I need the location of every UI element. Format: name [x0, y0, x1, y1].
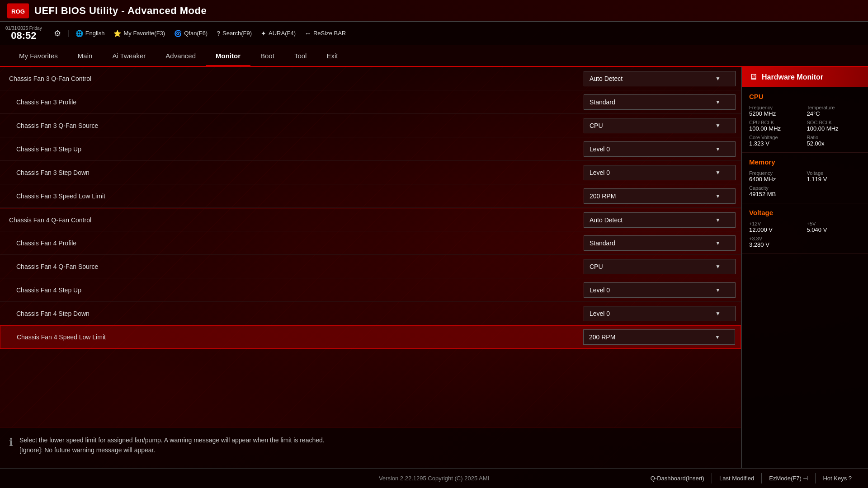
- hw-monitor-icon: 🖥: [749, 72, 757, 82]
- chevron-down-icon: ▼: [715, 287, 721, 293]
- ezmode-button[interactable]: EzMode(F7) ⊣: [761, 473, 815, 483]
- dropdown-value-ch3-qfan-source: CPU: [590, 122, 603, 129]
- qdashboard-button[interactable]: Q-Dashboard(Insert): [643, 473, 712, 483]
- svg-text:ROG: ROG: [11, 8, 25, 15]
- version-text: Version 2.22.1295 Copyright (C) 2025 AMI: [379, 475, 489, 482]
- table-row[interactable]: Chassis Fan 4 Step DownLevel 0▼: [0, 302, 741, 325]
- menu-item-boot[interactable]: Boot: [250, 47, 284, 66]
- settings-table: Chassis Fan 3 Q-Fan ControlAuto Detect▼C…: [0, 67, 741, 427]
- menu-item-exit[interactable]: Exit: [316, 47, 348, 66]
- search-button[interactable]: ? Search(F9): [212, 28, 256, 39]
- chevron-down-icon: ▼: [715, 193, 721, 199]
- hw-core-voltage: Core Voltage 1.323 V: [749, 135, 803, 147]
- hw-cpu-section: CPU Frequency 5200 MHz Temperature 24°C …: [742, 87, 868, 153]
- hotkeys-button[interactable]: Hot Keys ?: [815, 473, 859, 483]
- top-nav: 01/31/2025 Friday 08:52 ⚙ | 🌐 English ⭐ …: [0, 22, 868, 45]
- hw-memory-section: Memory Frequency 6400 MHz Voltage 1.119 …: [742, 153, 868, 203]
- chevron-down-icon: ▼: [715, 146, 721, 152]
- dropdown-value-ch4-qfan-control: Auto Detect: [590, 216, 623, 224]
- row-control-ch3-step-down: Level 0▼: [578, 162, 741, 183]
- settings-button[interactable]: ⚙: [49, 27, 66, 40]
- qfan-button[interactable]: 🌀 Qfan(F6): [170, 28, 212, 39]
- row-control-ch3-step-up: Level 0▼: [578, 139, 741, 160]
- nav-divider-1: |: [67, 29, 69, 38]
- resizebar-button[interactable]: ↔ ReSize BAR: [300, 28, 350, 39]
- hw-voltage-title: Voltage: [749, 209, 861, 216]
- hw-mem-voltage: Voltage 1.119 V: [807, 170, 861, 183]
- hw-monitor-title: Hardware Monitor: [762, 73, 823, 81]
- search-icon: ?: [217, 30, 220, 37]
- globe-icon: 🌐: [75, 30, 83, 37]
- hw-cpu-bclk: CPU BCLK 100.00 MHz: [749, 120, 803, 132]
- chevron-down-icon: ▼: [715, 75, 721, 82]
- table-row[interactable]: Chassis Fan 4 Q-Fan ControlAuto Detect▼: [0, 208, 741, 231]
- menu-item-advanced[interactable]: Advanced: [156, 47, 206, 66]
- row-label-ch4-qfan-control: Chassis Fan 4 Q-Fan Control: [0, 212, 578, 228]
- dropdown-ch4-step-up[interactable]: Level 0▼: [584, 282, 736, 298]
- dropdown-ch3-step-up[interactable]: Level 0▼: [584, 141, 736, 157]
- hw-monitor-header: 🖥 Hardware Monitor: [742, 67, 868, 87]
- row-label-ch4-qfan-source: Chassis Fan 4 Q-Fan Source: [0, 258, 578, 275]
- menu-item-monitor[interactable]: Monitor: [206, 47, 250, 66]
- dropdown-value-ch3-profile: Standard: [590, 99, 615, 106]
- row-label-ch3-step-up: Chassis Fan 3 Step Up: [0, 141, 578, 157]
- row-label-ch3-profile: Chassis Fan 3 Profile: [0, 94, 578, 110]
- table-row[interactable]: Chassis Fan 3 Q-Fan ControlAuto Detect▼: [0, 67, 741, 90]
- dropdown-ch3-profile[interactable]: Standard▼: [584, 94, 736, 110]
- chevron-down-icon: ▼: [715, 263, 721, 270]
- dropdown-ch4-profile[interactable]: Standard▼: [584, 235, 736, 251]
- menu-item-tool[interactable]: Tool: [284, 47, 317, 66]
- info-icon: ℹ: [9, 436, 13, 449]
- table-row[interactable]: Chassis Fan 3 Speed Low Limit200 RPM▼: [0, 184, 741, 208]
- dropdown-ch3-qfan-control[interactable]: Auto Detect▼: [584, 71, 736, 86]
- bottom-bar: Version 2.22.1295 Copyright (C) 2025 AMI…: [0, 468, 868, 488]
- row-control-ch4-qfan-source: CPU▼: [578, 256, 741, 277]
- dropdown-value-ch4-profile: Standard: [590, 239, 615, 247]
- dropdown-value-ch3-step-up: Level 0: [590, 145, 610, 153]
- star-icon: ⭐: [113, 30, 121, 37]
- hw-memory-grid: Frequency 6400 MHz Voltage 1.119 V Capac…: [749, 170, 861, 197]
- row-control-ch3-profile: Standard▼: [578, 92, 741, 113]
- lastmodified-button[interactable]: Last Modified: [712, 473, 761, 483]
- table-row[interactable]: Chassis Fan 4 Speed Low Limit200 RPM▼: [0, 325, 741, 349]
- menu-item-myfavorites[interactable]: My Favorites: [9, 47, 68, 66]
- table-row[interactable]: Chassis Fan 3 Step DownLevel 0▼: [0, 161, 741, 184]
- table-row[interactable]: Chassis Fan 3 ProfileStandard▼: [0, 90, 741, 114]
- dropdown-value-ch4-step-down: Level 0: [590, 310, 610, 317]
- myfavorite-button[interactable]: ⭐ My Favorite(F3): [109, 28, 170, 39]
- page-title: UEFI BIOS Utility - Advanced Mode: [34, 5, 207, 17]
- table-row[interactable]: Chassis Fan 3 Q-Fan SourceCPU▼: [0, 114, 741, 137]
- row-control-ch4-step-up: Level 0▼: [578, 280, 741, 300]
- row-control-ch3-qfan-control: Auto Detect▼: [578, 68, 741, 89]
- row-label-ch4-step-down: Chassis Fan 4 Step Down: [0, 305, 578, 322]
- row-label-ch3-qfan-source: Chassis Fan 3 Q-Fan Source: [0, 117, 578, 134]
- dropdown-ch4-qfan-control[interactable]: Auto Detect▼: [584, 212, 736, 228]
- dropdown-ch4-step-down[interactable]: Level 0▼: [584, 306, 736, 321]
- table-row[interactable]: Chassis Fan 4 Step UpLevel 0▼: [0, 278, 741, 302]
- dropdown-ch4-qfan-source[interactable]: CPU▼: [584, 259, 736, 274]
- aura-icon: ✦: [261, 30, 266, 37]
- menu-item-aitweaker[interactable]: Ai Tweaker: [102, 47, 156, 66]
- row-label-ch3-speed-low: Chassis Fan 3 Speed Low Limit: [0, 188, 578, 204]
- table-row[interactable]: Chassis Fan 3 Step UpLevel 0▼: [0, 137, 741, 161]
- hw-mem-capacity: Capacity 49152 MB: [749, 185, 803, 197]
- chevron-down-icon: ▼: [715, 310, 721, 317]
- table-row[interactable]: Chassis Fan 4 Q-Fan SourceCPU▼: [0, 255, 741, 278]
- table-row[interactable]: Chassis Fan 4 ProfileStandard▼: [0, 231, 741, 255]
- dropdown-ch3-step-down[interactable]: Level 0▼: [584, 165, 736, 180]
- english-button[interactable]: 🌐 English: [71, 28, 109, 39]
- info-text: Select the lower speed limit for assigne…: [19, 435, 325, 455]
- hw-voltage-grid: +12V 12.000 V +5V 5.040 V +3.3V 3.280 V: [749, 221, 861, 248]
- chevron-down-icon: ▼: [715, 240, 721, 246]
- right-panel: 🖥 Hardware Monitor CPU Frequency 5200 MH…: [741, 67, 868, 468]
- asus-logo: ROG: [7, 3, 29, 19]
- aura-button[interactable]: ✦ AURA(F4): [256, 28, 300, 39]
- menu-item-main[interactable]: Main: [68, 47, 103, 66]
- row-label-ch4-profile: Chassis Fan 4 Profile: [0, 235, 578, 251]
- row-label-ch4-step-up: Chassis Fan 4 Step Up: [0, 282, 578, 298]
- row-control-ch4-profile: Standard▼: [578, 233, 741, 253]
- chevron-down-icon: ▼: [715, 122, 721, 129]
- dropdown-ch3-qfan-source[interactable]: CPU▼: [584, 118, 736, 133]
- dropdown-ch4-speed-low[interactable]: 200 RPM▼: [583, 329, 735, 345]
- dropdown-ch3-speed-low[interactable]: 200 RPM▼: [584, 188, 736, 204]
